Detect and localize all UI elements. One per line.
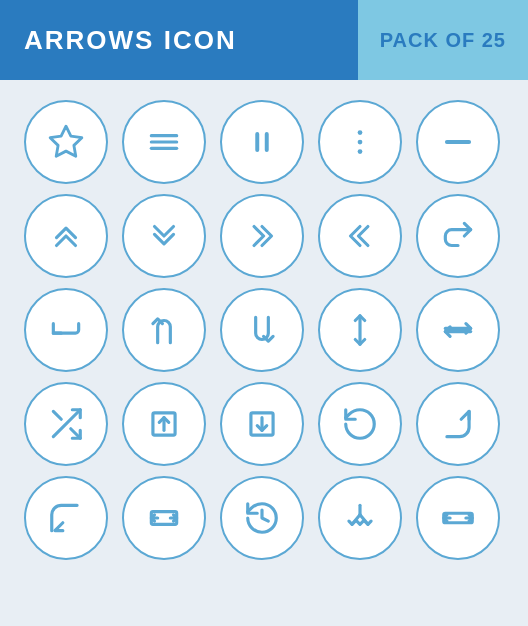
shuffle-icon-circle[interactable]	[24, 382, 108, 466]
more-vertical-icon-circle[interactable]	[318, 100, 402, 184]
expand-horizontal-icon-circle[interactable]	[122, 476, 206, 560]
svg-marker-0	[50, 126, 82, 156]
chevron-double-left-icon-circle[interactable]	[318, 194, 402, 278]
u-turn-down-icon	[243, 311, 281, 349]
download-square-icon	[243, 405, 281, 443]
header: ARROWS ICON PACK OF 25	[0, 0, 528, 80]
minus-icon	[439, 123, 477, 161]
chevron-double-right-icon	[243, 217, 281, 255]
minus-icon-circle[interactable]	[416, 100, 500, 184]
resize-horizontal-icon-circle[interactable]	[416, 476, 500, 560]
upload-square-icon-circle[interactable]	[122, 382, 206, 466]
corner-right-up-icon	[439, 405, 477, 443]
corner-right-down-icon-circle[interactable]	[24, 476, 108, 560]
chevron-double-up-icon	[47, 217, 85, 255]
pause-icon-circle[interactable]	[220, 100, 304, 184]
more-vertical-icon	[341, 123, 379, 161]
star-icon-circle[interactable]	[24, 100, 108, 184]
pause-icon	[243, 123, 281, 161]
header-title: ARROWS ICON	[0, 0, 358, 80]
u-turn-up-icon-circle[interactable]	[122, 288, 206, 372]
swap-horizontal-icon-circle[interactable]	[416, 288, 500, 372]
svg-point-8	[358, 149, 363, 154]
chevron-double-up-icon-circle[interactable]	[24, 194, 108, 278]
menu-icon-circle[interactable]	[122, 100, 206, 184]
fork-icon-circle[interactable]	[318, 476, 402, 560]
download-square-icon-circle[interactable]	[220, 382, 304, 466]
up-down-icon	[341, 311, 379, 349]
u-turn-up-icon	[145, 311, 183, 349]
rotate-ccw-icon	[243, 499, 281, 537]
chevron-double-down-icon	[145, 217, 183, 255]
svg-point-7	[358, 140, 363, 145]
rotate-ccw-icon-circle[interactable]	[220, 476, 304, 560]
corner-right-up-icon-circle[interactable]	[416, 382, 500, 466]
u-turn-down-icon-circle[interactable]	[220, 288, 304, 372]
upload-square-icon	[145, 405, 183, 443]
fork-icon	[341, 499, 379, 537]
return-left-icon	[47, 311, 85, 349]
swap-horizontal-icon	[439, 311, 477, 349]
icons-grid	[0, 80, 528, 580]
shuffle-icon	[47, 405, 85, 443]
resize-horizontal-icon	[439, 499, 477, 537]
header-pack: PACK OF 25	[358, 0, 528, 80]
star-icon	[47, 123, 85, 161]
svg-line-15	[53, 411, 61, 419]
redo-icon-circle[interactable]	[416, 194, 500, 278]
return-left-icon-circle[interactable]	[24, 288, 108, 372]
refresh-icon-circle[interactable]	[318, 382, 402, 466]
redo-icon	[439, 217, 477, 255]
chevron-double-left-icon	[341, 217, 379, 255]
chevron-double-down-icon-circle[interactable]	[122, 194, 206, 278]
refresh-icon	[341, 405, 379, 443]
chevron-double-right-icon-circle[interactable]	[220, 194, 304, 278]
up-down-icon-circle[interactable]	[318, 288, 402, 372]
expand-horizontal-icon	[145, 499, 183, 537]
svg-point-6	[358, 130, 363, 135]
menu-icon	[145, 123, 183, 161]
corner-right-down-icon	[47, 499, 85, 537]
